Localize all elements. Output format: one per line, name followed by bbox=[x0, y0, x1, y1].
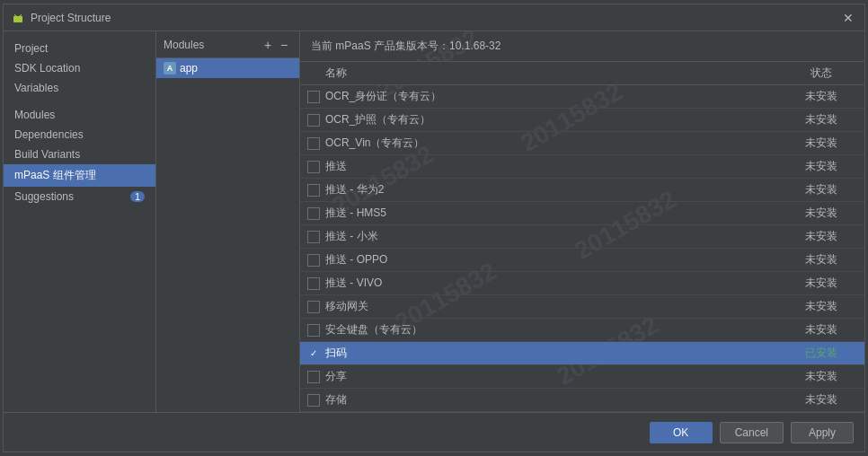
status-col-header: 状态 bbox=[785, 66, 857, 81]
row-checkbox[interactable] bbox=[307, 207, 320, 220]
module-icon: A bbox=[164, 62, 176, 75]
row-checkbox[interactable] bbox=[307, 91, 320, 103]
row-checkbox[interactable] bbox=[307, 371, 320, 383]
row-status: 未安装 bbox=[785, 89, 857, 104]
row-checkbox[interactable] bbox=[307, 347, 320, 360]
sidebar-item-suggestions[interactable]: Suggestions 1 bbox=[4, 187, 155, 206]
svg-line-3 bbox=[14, 14, 16, 16]
modules-title: Modules bbox=[164, 39, 260, 51]
row-name: 扫码 bbox=[325, 346, 785, 361]
sidebar-item-dependencies[interactable]: Dependencies bbox=[4, 125, 155, 145]
add-module-button[interactable]: + bbox=[260, 37, 276, 53]
modules-panel: Modules + − A app bbox=[156, 31, 300, 412]
cancel-button[interactable]: Cancel bbox=[720, 422, 784, 443]
sidebar-item-mpaas[interactable]: mPaaS 组件管理 bbox=[4, 164, 155, 187]
row-name: 存储 bbox=[325, 392, 785, 408]
row-status: 未安装 bbox=[785, 392, 857, 408]
close-button[interactable]: ✕ bbox=[839, 9, 857, 27]
row-name: 推送 - VIVO bbox=[325, 276, 785, 291]
remove-module-button[interactable]: − bbox=[276, 37, 292, 53]
sidebar-item-sdk-location[interactable]: SDK Location bbox=[4, 58, 155, 78]
row-status: 未安装 bbox=[785, 112, 857, 127]
row-status: 未安装 bbox=[785, 182, 857, 197]
table-row[interactable]: OCR_护照（专有云）未安装 bbox=[300, 109, 864, 132]
table-row[interactable]: OCR_Vin（专有云）未安装 bbox=[300, 132, 864, 155]
row-name: 移动网关 bbox=[325, 299, 785, 314]
dialog-body: Project SDK Location Variables Modules D… bbox=[4, 31, 864, 412]
row-status: 未安装 bbox=[785, 206, 857, 221]
row-status: 未安装 bbox=[785, 276, 857, 291]
bottom-bar: OK Cancel Apply bbox=[4, 412, 864, 452]
row-status: 未安装 bbox=[785, 369, 857, 384]
modules-header: Modules + − bbox=[156, 31, 299, 58]
row-name: 推送 bbox=[325, 159, 785, 174]
row-checkbox[interactable] bbox=[307, 394, 320, 407]
row-status: 未安装 bbox=[785, 322, 857, 338]
modules-list: A app bbox=[156, 58, 299, 412]
table-row[interactable]: 存储未安装 bbox=[300, 389, 864, 412]
table-row[interactable]: 推送未安装 bbox=[300, 155, 864, 179]
sidebar: Project SDK Location Variables Modules D… bbox=[4, 31, 156, 412]
table-rows-container: OCR_身份证（专有云）未安装OCR_护照（专有云）未安装OCR_Vin（专有云… bbox=[300, 85, 864, 412]
row-name: 安全键盘（专有云） bbox=[325, 322, 785, 338]
table-row[interactable]: 推送 - HMS5未安装 bbox=[300, 202, 864, 225]
module-item-app[interactable]: A app bbox=[156, 58, 299, 78]
row-name: 分享 bbox=[325, 369, 785, 384]
sidebar-item-variables[interactable]: Variables bbox=[4, 78, 155, 98]
table-row[interactable]: 推送 - 小米未安装 bbox=[300, 225, 864, 249]
name-col-header: 名称 bbox=[325, 66, 785, 81]
table-row[interactable]: 推送 - 华为2未安装 bbox=[300, 179, 864, 202]
suggestions-label: Suggestions bbox=[14, 190, 74, 203]
row-checkbox[interactable] bbox=[307, 324, 320, 337]
row-checkbox[interactable] bbox=[307, 184, 320, 197]
row-checkbox[interactable] bbox=[307, 114, 320, 127]
row-checkbox[interactable] bbox=[307, 301, 320, 313]
checkbox-col-header bbox=[307, 66, 325, 81]
suggestions-badge: 1 bbox=[130, 191, 145, 202]
row-status: 已安装 bbox=[785, 346, 857, 361]
sidebar-item-modules[interactable]: Modules bbox=[4, 105, 155, 125]
row-name: 推送 - 华为2 bbox=[325, 182, 785, 197]
table-row[interactable]: 分享未安装 bbox=[300, 365, 864, 389]
row-name: OCR_身份证（专有云） bbox=[325, 89, 785, 104]
svg-rect-0 bbox=[13, 16, 22, 22]
row-name: OCR_护照（专有云） bbox=[325, 112, 785, 127]
row-name: 推送 - OPPO bbox=[325, 252, 785, 267]
row-status: 未安装 bbox=[785, 299, 857, 314]
table-row[interactable]: 扫码已安装 bbox=[300, 342, 864, 365]
row-status: 未安装 bbox=[785, 159, 857, 174]
row-status: 未安装 bbox=[785, 252, 857, 267]
module-label: app bbox=[180, 62, 198, 75]
row-checkbox[interactable] bbox=[307, 277, 320, 290]
android-icon bbox=[11, 11, 25, 25]
table-row[interactable]: OCR_身份证（专有云）未安装 bbox=[300, 85, 864, 109]
row-name: OCR_Vin（专有云） bbox=[325, 136, 785, 151]
version-text: 当前 mPaaS 产品集版本号：10.1.68-32 bbox=[311, 39, 500, 52]
ok-button[interactable]: OK bbox=[650, 422, 713, 443]
table-row[interactable]: 移动网关未安装 bbox=[300, 295, 864, 319]
row-status: 未安装 bbox=[785, 229, 857, 244]
table-row[interactable]: 推送 - OPPO未安装 bbox=[300, 249, 864, 272]
sidebar-item-build-variants[interactable]: Build Variants bbox=[4, 145, 155, 164]
version-header: 当前 mPaaS 产品集版本号：10.1.68-32 bbox=[300, 31, 864, 62]
title-bar: Project Structure ✕ bbox=[4, 4, 864, 31]
row-name: 推送 - 小米 bbox=[325, 229, 785, 244]
row-checkbox[interactable] bbox=[307, 137, 320, 150]
row-checkbox[interactable] bbox=[307, 231, 320, 243]
dialog-title: Project Structure bbox=[31, 12, 839, 24]
main-content: 20115832 20115832 20115832 20115832 2011… bbox=[300, 31, 864, 412]
table-row[interactable]: 安全键盘（专有云）未安装 bbox=[300, 319, 864, 342]
row-status: 未安装 bbox=[785, 136, 857, 151]
svg-line-4 bbox=[20, 14, 22, 16]
project-structure-dialog: Project Structure ✕ Project SDK Location… bbox=[3, 4, 865, 452]
row-checkbox[interactable] bbox=[307, 254, 320, 267]
table-row[interactable]: 推送 - VIVO未安装 bbox=[300, 272, 864, 295]
table-header: 名称 状态 bbox=[300, 62, 864, 85]
apply-button[interactable]: Apply bbox=[791, 422, 854, 443]
row-name: 推送 - HMS5 bbox=[325, 206, 785, 221]
sidebar-item-project[interactable]: Project bbox=[4, 39, 155, 58]
row-checkbox[interactable] bbox=[307, 161, 320, 173]
component-table: 名称 状态 OCR_身份证（专有云）未安装OCR_护照（专有云）未安装OCR_V… bbox=[300, 62, 864, 412]
